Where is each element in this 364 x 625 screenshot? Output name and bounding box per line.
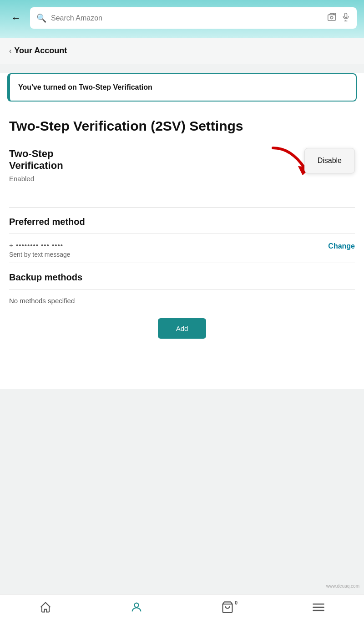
page-title: Two-Step Verification (2SV) Settings <box>0 111 364 139</box>
menu-icon <box>312 602 325 616</box>
breadcrumb-chevron-icon: ‹ <box>9 47 11 55</box>
method-description: Sent by text message <box>9 251 321 258</box>
backup-methods-section: Backup methods No methods specified <box>0 263 364 309</box>
two-step-section: Two-StepVerification Enabled Disable <box>0 139 364 207</box>
svg-rect-2 <box>334 13 336 15</box>
verification-banner: You've turned on Two-Step Verification <box>7 73 357 102</box>
add-method-button[interactable]: Add <box>158 318 207 339</box>
cart-icon <box>221 603 234 616</box>
backup-divider <box>9 289 355 290</box>
search-icon: 🔍 <box>36 13 46 23</box>
main-content: You've turned on Two-Step Verification T… <box>0 73 364 389</box>
search-input[interactable] <box>51 14 322 22</box>
bottom-button-area: Add <box>0 309 364 343</box>
account-icon <box>130 601 143 617</box>
cart-count: 0 <box>235 600 238 605</box>
phone-number: + •••••••• ••• •••• <box>9 241 321 249</box>
breadcrumb-label: Your Account <box>14 46 67 56</box>
nav-cart[interactable]: 0 <box>221 601 234 617</box>
nav-menu[interactable] <box>312 602 325 616</box>
breadcrumb[interactable]: ‹ Your Account <box>0 38 364 64</box>
svg-rect-3 <box>345 13 347 18</box>
svg-point-1 <box>330 16 333 19</box>
preferred-method-heading: Preferred method <box>9 217 355 227</box>
nav-home[interactable] <box>39 601 52 617</box>
two-step-heading: Two-StepVerification <box>9 148 355 172</box>
bottom-navigation: 0 <box>0 594 364 625</box>
two-step-status: Enabled <box>9 175 355 183</box>
svg-rect-0 <box>328 15 336 20</box>
microphone-icon[interactable] <box>341 12 350 24</box>
cart-badge: 0 <box>221 601 234 617</box>
backup-methods-heading: Backup methods <box>9 272 355 283</box>
nav-account[interactable] <box>130 601 143 617</box>
home-icon <box>39 601 52 617</box>
change-link[interactable]: Change <box>328 241 355 250</box>
method-info: + •••••••• ••• •••• Sent by text message <box>9 241 321 258</box>
method-row: + •••••••• ••• •••• Sent by text message… <box>9 241 355 258</box>
back-button[interactable]: ← <box>7 10 25 26</box>
banner-text: You've turned on Two-Step Verification <box>18 83 152 91</box>
svg-point-7 <box>134 603 138 607</box>
watermark: www.deuaq.com <box>326 584 359 589</box>
preferred-method-section: Preferred method + •••••••• ••• •••• Sen… <box>0 208 364 263</box>
camera-search-icon[interactable] <box>327 12 337 24</box>
search-bar[interactable]: 🔍 <box>30 7 357 29</box>
backup-empty-text: No methods specified <box>9 297 355 305</box>
app-header: ← 🔍 <box>0 0 364 38</box>
disable-button[interactable]: Disable <box>304 148 355 173</box>
method-divider <box>9 234 355 234</box>
